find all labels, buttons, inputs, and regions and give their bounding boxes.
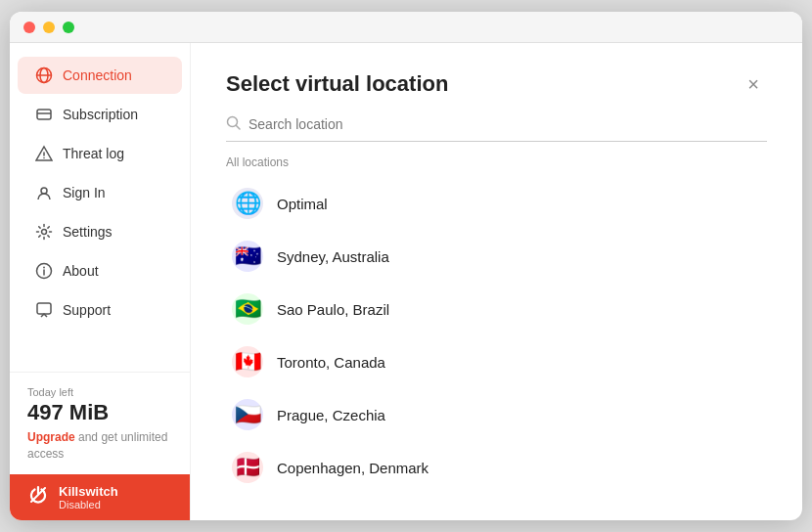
svg-point-12	[43, 267, 45, 269]
sidebar-bottom: Today left 497 MiB Upgrade and get unlim…	[10, 372, 190, 520]
killswitch-text: Killswitch Disabled	[59, 484, 118, 510]
location-item-optimal[interactable]: 🌐Optimal	[226, 177, 767, 230]
about-label: About	[63, 263, 99, 279]
location-name-prague: Prague, Czechia	[277, 407, 385, 423]
sidebar-item-about[interactable]: About	[18, 252, 182, 289]
location-name-optimal: Optimal	[277, 196, 328, 212]
svg-point-7	[43, 157, 45, 159]
close-button[interactable]: ×	[740, 70, 767, 98]
sign-in-label: Sign In	[63, 185, 106, 200]
subscription-label: Subscription	[63, 107, 138, 122]
data-amount: 497 MiB	[27, 400, 172, 425]
titlebar	[10, 12, 802, 43]
sign-in-icon	[35, 184, 53, 201]
settings-label: Settings	[63, 224, 113, 240]
flag-sydney: 🇦🇺	[232, 241, 263, 272]
killswitch-icon	[27, 484, 49, 510]
sidebar-item-connection[interactable]: Connection	[18, 57, 182, 94]
flag-copenhagen: 🇩🇰	[232, 452, 263, 483]
support-label: Support	[63, 302, 111, 318]
close-dot[interactable]	[23, 22, 35, 33]
upgrade-link[interactable]: Upgrade	[27, 430, 75, 444]
subscription-icon	[35, 106, 53, 123]
nav-list: ConnectionSubscriptionThreat logSign InS…	[10, 55, 190, 331]
maximize-dot[interactable]	[63, 22, 74, 33]
location-item-toronto[interactable]: 🇨🇦Toronto, Canada	[226, 335, 767, 388]
flag-optimal: 🌐	[232, 188, 263, 219]
location-item-sao-paulo[interactable]: 🇧🇷Sao Paulo, Brazil	[226, 283, 767, 335]
upgrade-text: Upgrade and get unlimited access	[27, 429, 172, 463]
location-item-sydney[interactable]: 🇦🇺Sydney, Australia	[226, 230, 767, 283]
about-icon	[35, 262, 53, 280]
connection-label: Connection	[63, 67, 132, 83]
search-box	[226, 115, 767, 142]
threat-log-label: Threat log	[63, 146, 124, 161]
main-panel: Select virtual location × All locations …	[191, 43, 802, 520]
location-item-copenhagen[interactable]: 🇩🇰Copenhagen, Denmark	[226, 441, 767, 494]
location-name-copenhagen: Copenhagen, Denmark	[277, 460, 429, 476]
svg-point-8	[41, 188, 47, 194]
sidebar-item-sign-in[interactable]: Sign In	[18, 174, 182, 211]
panel-title: Select virtual location	[226, 71, 448, 97]
location-name-sao-paulo: Sao Paulo, Brazil	[277, 301, 389, 318]
flag-sao-paulo: 🇧🇷	[232, 293, 263, 325]
sidebar: ConnectionSubscriptionThreat logSign InS…	[10, 43, 191, 520]
panel-header: Select virtual location ×	[226, 70, 767, 98]
location-name-sydney: Sydney, Australia	[277, 248, 389, 265]
svg-point-9	[42, 230, 47, 235]
today-label: Today left	[27, 386, 172, 398]
search-icon	[226, 115, 241, 133]
minimize-dot[interactable]	[43, 22, 55, 33]
search-input[interactable]	[248, 116, 767, 132]
svg-line-16	[237, 126, 241, 130]
support-icon	[35, 301, 53, 319]
location-list: 🌐Optimal🇦🇺Sydney, Australia🇧🇷Sao Paulo, …	[226, 177, 767, 497]
killswitch-bar[interactable]: Killswitch Disabled	[10, 474, 190, 520]
location-item-prague[interactable]: 🇨🇿Prague, Czechia	[226, 388, 767, 441]
flag-prague: 🇨🇿	[232, 399, 263, 430]
killswitch-status: Disabled	[59, 499, 118, 510]
sidebar-item-settings[interactable]: Settings	[18, 213, 182, 250]
location-name-toronto: Toronto, Canada	[277, 354, 385, 371]
sidebar-item-support[interactable]: Support	[18, 291, 182, 329]
killswitch-title: Killswitch	[59, 484, 118, 499]
svg-rect-3	[37, 110, 51, 119]
section-label: All locations	[226, 155, 767, 169]
settings-icon	[35, 223, 53, 241]
threat-log-icon	[35, 145, 53, 162]
sidebar-item-subscription[interactable]: Subscription	[18, 96, 182, 133]
app-window: ConnectionSubscriptionThreat logSign InS…	[10, 12, 802, 520]
connection-icon	[35, 66, 53, 84]
flag-toronto: 🇨🇦	[232, 346, 263, 377]
svg-rect-13	[37, 303, 51, 314]
sidebar-item-threat-log[interactable]: Threat log	[18, 135, 182, 172]
location-item-paris[interactable]: 🇫🇷Paris, France	[226, 494, 767, 497]
content-area: ConnectionSubscriptionThreat logSign InS…	[10, 43, 802, 520]
